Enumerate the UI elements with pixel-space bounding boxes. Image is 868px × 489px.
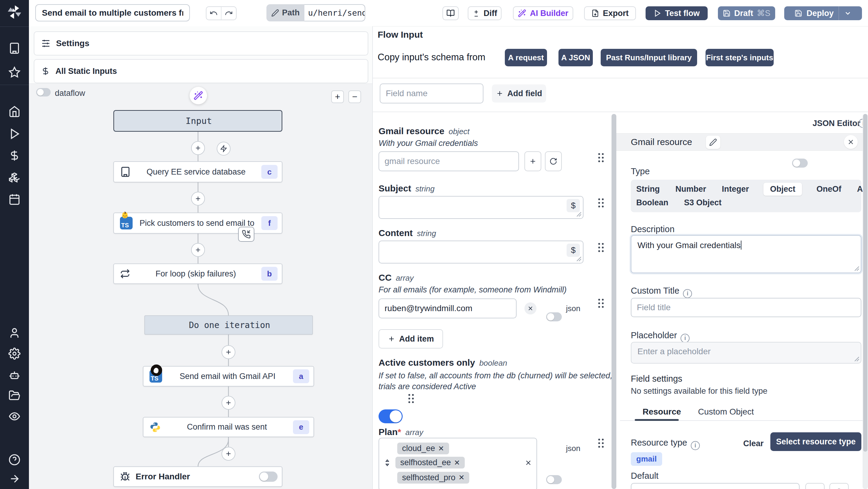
copy-from-json-button[interactable]: A JSON xyxy=(558,49,593,66)
type-option-oneof[interactable]: OneOf xyxy=(815,183,843,196)
remove-tag-icon[interactable]: ✕ xyxy=(438,445,444,453)
remove-tag-icon[interactable]: ✕ xyxy=(454,459,460,467)
all-static-inputs-row[interactable]: All Static Inputs xyxy=(34,59,368,83)
test-flow-button[interactable]: Test flow xyxy=(646,6,708,20)
copy-from-first-step-button[interactable]: First step's inputs xyxy=(706,49,774,66)
description-textarea[interactable]: With your Gmail credentials xyxy=(631,235,861,273)
resources-icon[interactable] xyxy=(8,172,21,184)
type-option-integer[interactable]: Integer xyxy=(721,183,750,196)
form-scrollbar[interactable] xyxy=(612,114,616,489)
add-item-button[interactable]: Add item xyxy=(378,329,443,348)
add-field-button[interactable]: Add field xyxy=(492,84,546,102)
resize-handle[interactable] xyxy=(577,256,581,262)
error-handler-toggle[interactable] xyxy=(259,471,278,482)
insert-variable-button[interactable]: $ xyxy=(567,199,580,212)
node-input[interactable]: Input xyxy=(113,110,282,132)
drag-handle-icon[interactable] xyxy=(597,197,604,208)
settings-gear-icon[interactable] xyxy=(8,347,21,360)
deploy-button[interactable]: Deploy xyxy=(784,6,862,20)
help-icon[interactable] xyxy=(8,454,21,466)
refresh-resource-button[interactable] xyxy=(545,151,562,171)
drag-handle-icon[interactable] xyxy=(597,242,604,253)
phone-incoming-icon[interactable] xyxy=(238,227,254,242)
draft-button[interactable]: Draft ⌘S xyxy=(718,6,775,20)
redo-button[interactable] xyxy=(221,7,236,20)
json-editor-toggle[interactable] xyxy=(792,159,808,167)
resize-handle[interactable] xyxy=(855,357,859,362)
plan-tags-box[interactable]: cloud_ee✕ selfhosted_ee✕ selfhosted_pro✕ xyxy=(378,438,537,489)
drag-handle-icon[interactable] xyxy=(597,438,604,449)
workspace-icon[interactable] xyxy=(8,42,21,54)
add-step-button[interactable] xyxy=(221,345,236,359)
plan-json-toggle[interactable] xyxy=(546,475,562,484)
clear-button[interactable]: Clear xyxy=(743,439,764,448)
node-for-loop[interactable]: For loop (skip failures) b xyxy=(113,264,282,284)
type-option-string[interactable]: String xyxy=(635,183,661,196)
audit-eye-icon[interactable] xyxy=(8,410,21,422)
drag-handle-icon[interactable] xyxy=(597,152,604,163)
users-icon[interactable] xyxy=(8,327,21,339)
schedules-calendar-icon[interactable] xyxy=(8,193,21,205)
cc-json-toggle[interactable] xyxy=(546,312,562,322)
add-default-button[interactable] xyxy=(805,483,825,489)
edit-title-button[interactable] xyxy=(706,136,720,149)
flow-name-input[interactable] xyxy=(35,4,190,22)
add-step-button[interactable] xyxy=(191,141,205,155)
tag-pill[interactable]: selfhosted_pro✕ xyxy=(397,472,469,484)
favorites-star-icon[interactable] xyxy=(8,66,21,79)
gmail-resource-input[interactable] xyxy=(378,151,519,171)
refresh-default-button[interactable] xyxy=(830,483,849,489)
remove-item-button[interactable] xyxy=(524,302,536,314)
node-query-db[interactable]: Query EE service database c xyxy=(113,161,282,182)
type-option-object-selected[interactable]: Object xyxy=(764,183,802,196)
close-editor-button[interactable] xyxy=(844,135,858,149)
remove-tag-icon[interactable]: ✕ xyxy=(458,473,464,482)
type-option-number[interactable]: Number xyxy=(674,183,707,196)
content-textarea[interactable]: $ xyxy=(378,241,584,264)
node-do-one-iteration[interactable]: Do one iteration xyxy=(144,315,313,335)
home-icon[interactable] xyxy=(8,105,21,118)
field-name-input[interactable] xyxy=(380,84,484,103)
clear-array-icon[interactable] xyxy=(524,459,532,467)
runs-icon[interactable] xyxy=(8,128,21,140)
custom-title-input[interactable] xyxy=(631,298,861,317)
resize-handle[interactable] xyxy=(577,212,581,217)
editor-scrollbar-thumb[interactable] xyxy=(863,114,867,452)
workers-bot-icon[interactable] xyxy=(8,369,21,381)
node-confirm-mail[interactable]: Confirm mail was sent e xyxy=(143,417,314,437)
type-option-boolean[interactable]: Boolean xyxy=(635,196,670,209)
insert-variable-button[interactable]: $ xyxy=(567,244,580,257)
node-send-email[interactable]: TS Send email with Gmail API a xyxy=(143,366,314,387)
select-resource-type-button[interactable]: Select resource type xyxy=(770,432,861,451)
undo-button[interactable] xyxy=(207,7,221,20)
node-pick-customers[interactable]: TS 👶 Pick customers to send email to f xyxy=(113,213,282,234)
add-step-button[interactable] xyxy=(191,243,205,257)
copy-from-request-button[interactable]: A request xyxy=(505,49,547,66)
info-icon[interactable]: i xyxy=(681,334,689,343)
windmill-logo-icon[interactable] xyxy=(6,4,23,21)
resize-handle[interactable] xyxy=(855,266,859,271)
type-option-s3object[interactable]: S3 Object xyxy=(683,196,723,209)
subject-textarea[interactable]: $ xyxy=(378,196,584,219)
placeholder-textarea[interactable]: Enter a placeholder xyxy=(631,342,861,364)
add-step-button[interactable] xyxy=(221,447,236,461)
ai-builder-button[interactable]: AI Builder xyxy=(513,6,573,20)
drag-handle-icon[interactable] xyxy=(597,298,604,309)
node-error-handler[interactable]: Error Handler xyxy=(113,466,282,487)
drag-handle-icon[interactable] xyxy=(407,393,415,404)
folders-icon[interactable] xyxy=(8,390,21,402)
add-resource-button[interactable] xyxy=(524,151,541,171)
default-value-input[interactable] xyxy=(631,483,800,489)
tag-input[interactable] xyxy=(473,471,510,484)
expand-arrow-icon[interactable] xyxy=(8,473,21,485)
copy-from-past-runs-button[interactable]: Past Runs/Input library xyxy=(601,49,697,66)
add-step-button[interactable] xyxy=(191,192,205,206)
flow-settings-row[interactable]: Settings xyxy=(34,31,368,56)
tag-pill[interactable]: selfhosted_ee✕ xyxy=(396,457,465,468)
sort-handle-icon[interactable] xyxy=(383,458,391,467)
export-button[interactable]: Export xyxy=(584,6,636,20)
info-icon[interactable]: i xyxy=(691,441,700,450)
cc-item-input[interactable] xyxy=(378,299,517,318)
diff-button[interactable]: Diff xyxy=(468,6,501,20)
info-icon[interactable]: i xyxy=(683,289,692,298)
